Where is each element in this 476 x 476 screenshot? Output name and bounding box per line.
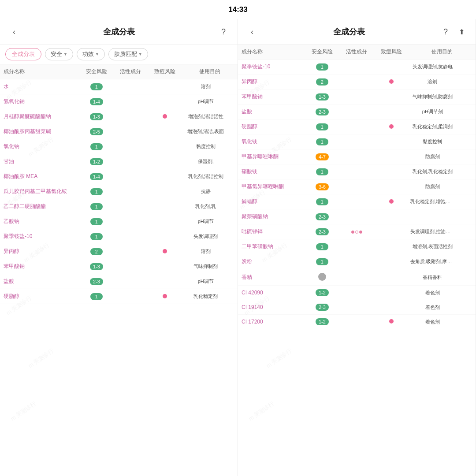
table-row[interactable]: 聚季铵盐-101头发调理剂,抗静电 xyxy=(238,60,476,74)
table-row[interactable]: 硝酸镁1乳化剂,乳化稳定剂 xyxy=(238,164,476,179)
left-back-button[interactable]: ‹ xyxy=(7,25,21,39)
table-row[interactable]: 盐酸2-3pH调节剂 xyxy=(238,104,476,119)
table-row[interactable]: 苯甲酸钠1-3气味抑制剂,防腐剂 xyxy=(238,89,476,104)
table-row[interactable]: 氯化钠1黏度控制 xyxy=(0,139,238,154)
acne-risk xyxy=(148,259,182,274)
table-row[interactable]: 盐酸2-3pH调节 xyxy=(0,274,238,289)
col-use-header-r: 使用目的 xyxy=(409,45,476,60)
table-row[interactable]: 月桂醇聚醚硫酸酯钠1-3增泡剂,清洁活性 xyxy=(0,109,238,124)
safety-risk: 1 xyxy=(79,79,114,94)
ingredient-name[interactable]: 甲基异噻唑啉酮 xyxy=(238,149,305,164)
ingredient-use: 气味抑制剂,防腐剂 xyxy=(409,89,476,104)
ingredient-name[interactable]: 乙二醇二硬脂酸酯 xyxy=(0,199,79,214)
ingredient-name[interactable]: 椰油酰胺丙基甜菜碱 xyxy=(0,124,79,139)
right-share-icon[interactable]: ⬆ xyxy=(454,25,469,39)
ingredient-name[interactable]: CI 17200 xyxy=(238,315,305,329)
safety-risk: 1-4 xyxy=(79,169,114,184)
table-row[interactable]: 香精香精香料 xyxy=(238,269,476,286)
ingredient-name[interactable]: 异丙醇 xyxy=(238,74,305,89)
safety-risk: 1 xyxy=(305,60,340,74)
table-row[interactable]: 甲基异噻唑啉酮4-7防腐剂 xyxy=(238,149,476,164)
ingredient-use: 防腐剂 xyxy=(409,149,476,164)
ingredient-name[interactable]: 硬脂醇 xyxy=(238,119,305,134)
table-row[interactable]: 吡硫锑锌2-3头发调理剂,控油抗脂溢 xyxy=(238,224,476,239)
acne-risk xyxy=(148,184,182,199)
safety-risk: 4-7 xyxy=(305,149,340,164)
table-row[interactable]: CI 420901-2着色剂 xyxy=(238,286,476,300)
ingredient-name[interactable]: 氯化钠 xyxy=(0,139,79,154)
tab-skin[interactable]: 肤质匹配 xyxy=(108,48,148,60)
left-table-scroll[interactable]: 成分名称 安全风险 活性成分 致痘风险 使用目的 水1溶剂氢氧化钠1-4pH调节… xyxy=(0,64,238,476)
ingredient-name[interactable]: CI 42090 xyxy=(238,286,305,300)
active-ingredient xyxy=(114,139,148,154)
table-row[interactable]: 聚季铵盐-101头发调理剂 xyxy=(0,229,238,244)
acne-risk xyxy=(374,315,409,329)
ingredient-name[interactable]: 椰油酰胺 MEA xyxy=(0,169,79,184)
table-row[interactable]: 苯甲酸钠1-3气味抑制剂 xyxy=(0,259,238,274)
table-row[interactable]: 异丙醇2溶剂 xyxy=(238,74,476,89)
ingredient-name[interactable]: 异丙醇 xyxy=(0,244,79,259)
table-row[interactable]: 氧化镁1黏度控制 xyxy=(238,134,476,149)
ingredient-name[interactable]: 苯甲酸钠 xyxy=(238,89,305,104)
tab-effect[interactable]: 功效 xyxy=(77,48,105,60)
ingredient-use: 抗静 xyxy=(182,184,238,199)
acne-risk xyxy=(148,154,182,169)
table-row[interactable]: 椰油酰胺 MEA1-4乳化剂,清洁控制 xyxy=(0,169,238,184)
tab-all-ingredients[interactable]: 全成分表 xyxy=(5,48,41,60)
acne-risk xyxy=(374,194,409,209)
acne-risk xyxy=(374,286,409,300)
ingredient-name[interactable]: 硬脂醇 xyxy=(0,289,79,304)
right-ingredients-table: 成分名称 安全风险 活性成分 致痘风险 使用目的 聚季铵盐-101头发调理剂,抗… xyxy=(238,45,476,329)
right-back-button[interactable]: ‹ xyxy=(245,25,259,39)
table-row[interactable]: 硬脂醇1乳化稳定剂,柔润剂 xyxy=(238,119,476,134)
table-row[interactable]: 鲸蜡醇1乳化稳定剂,增泡剂,柔润剂 xyxy=(238,194,476,209)
tab-safety[interactable]: 安全 xyxy=(45,48,73,60)
table-row[interactable]: CI 172001-2着色剂 xyxy=(238,315,476,329)
ingredient-name[interactable]: CI 19140 xyxy=(238,300,305,315)
safety-risk: 2-3 xyxy=(305,224,340,239)
ingredient-name[interactable]: 盐酸 xyxy=(238,104,305,119)
ingredient-name[interactable]: 甘油 xyxy=(0,154,79,169)
ingredient-name[interactable]: 苯甲酸钠 xyxy=(0,259,79,274)
ingredient-name[interactable]: 炭粉 xyxy=(238,254,305,269)
ingredient-use: 头发调理剂 xyxy=(182,229,238,244)
left-help-icon[interactable]: ? xyxy=(216,25,231,39)
ingredient-name[interactable]: 聚季铵盐-10 xyxy=(238,60,305,74)
ingredient-name[interactable]: 乙酸钠 xyxy=(0,214,79,229)
right-table-scroll[interactable]: 成分名称 安全风险 活性成分 致痘风险 使用目的 聚季铵盐-101头发调理剂,抗… xyxy=(238,45,476,476)
table-row[interactable]: 乙二醇二硬脂酸酯1乳化剂,乳 xyxy=(0,199,238,214)
ingredient-name[interactable]: 瓜儿胶羟丙基三甲基氯化铵 xyxy=(0,184,79,199)
active-ingredient xyxy=(114,214,148,229)
ingredient-name[interactable]: 聚季铵盐-10 xyxy=(0,229,79,244)
table-row[interactable]: 炭粉1去角质,吸附剂,摩擦剂 xyxy=(238,254,476,269)
table-row[interactable]: 乙酸钠1pH调节 xyxy=(0,214,238,229)
ingredient-use: 黏度控制 xyxy=(409,134,476,149)
acne-risk xyxy=(374,119,409,134)
ingredient-name[interactable]: 硝酸镁 xyxy=(238,164,305,179)
table-row[interactable]: 水1溶剂 xyxy=(0,79,238,94)
ingredient-name[interactable]: 月桂醇聚醚硫酸酯钠 xyxy=(0,109,79,124)
ingredient-name[interactable]: 水 xyxy=(0,79,79,94)
ingredient-name[interactable]: 盐酸 xyxy=(0,274,79,289)
table-row[interactable]: 甲基氯异噻唑啉酮3-6防腐剂 xyxy=(238,179,476,194)
ingredient-name[interactable]: 二甲苯磺酸钠 xyxy=(238,239,305,254)
table-row[interactable]: 瓜儿胶羟丙基三甲基氯化铵1抗静 xyxy=(0,184,238,199)
ingredient-name[interactable]: 氧化镁 xyxy=(238,134,305,149)
safety-risk: 1 xyxy=(305,254,340,269)
table-row[interactable]: 二甲苯磺酸钠1增溶剂,表面活性剂 xyxy=(238,239,476,254)
table-row[interactable]: 聚萘磺酸钠2-3 xyxy=(238,209,476,224)
table-row[interactable]: 氢氧化钠1-4pH调节 xyxy=(0,94,238,109)
table-row[interactable]: CI 191402-3着色剂 xyxy=(238,300,476,315)
ingredient-name[interactable]: 鲸蜡醇 xyxy=(238,194,305,209)
ingredient-name[interactable]: 香精 xyxy=(238,269,305,286)
ingredient-name[interactable]: 氢氧化钠 xyxy=(0,94,79,109)
right-help-icon[interactable]: ? xyxy=(439,25,453,39)
ingredient-name[interactable]: 聚萘磺酸钠 xyxy=(238,209,305,224)
table-row[interactable]: 异丙醇2溶剂 xyxy=(0,244,238,259)
table-row[interactable]: 甘油1-2保湿剂, xyxy=(0,154,238,169)
ingredient-name[interactable]: 甲基氯异噻唑啉酮 xyxy=(238,179,305,194)
ingredient-name[interactable]: 吡硫锑锌 xyxy=(238,224,305,239)
table-row[interactable]: 椰油酰胺丙基甜菜碱2-5增泡剂,清洁,表面 xyxy=(0,124,238,139)
active-ingredient xyxy=(339,134,374,149)
table-row[interactable]: 硬脂醇1乳化稳定剂 xyxy=(0,289,238,304)
